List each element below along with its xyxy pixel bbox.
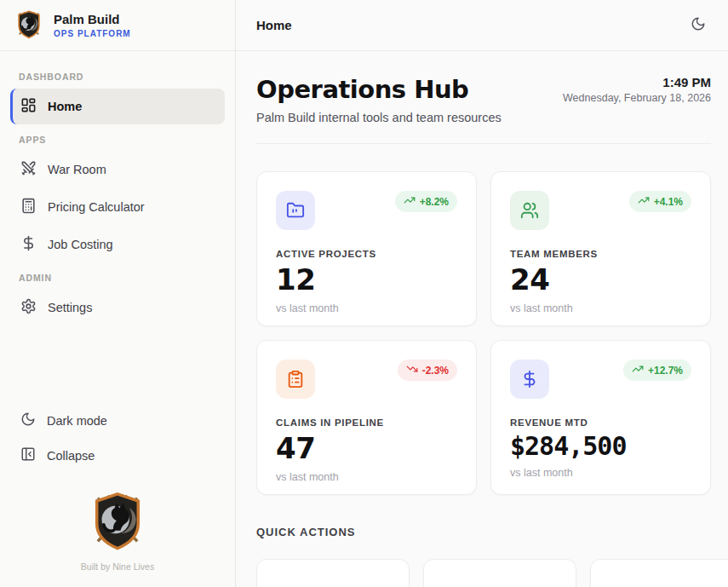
- stat-card-team-members: +4.1% TEAM MEMBERS 24 vs last month: [490, 171, 711, 326]
- stat-value: 12: [276, 262, 457, 296]
- sidebar-item-label: Home: [48, 100, 82, 113]
- stat-value: 47: [276, 431, 457, 465]
- swords-icon: [20, 160, 37, 179]
- sidebar-item-label: Settings: [48, 301, 92, 314]
- page-header: Operations Hub Palm Build internal tools…: [256, 75, 711, 124]
- stat-label: CLAIMS IN PIPELINE: [276, 417, 457, 428]
- palm-build-shield-logo-icon: [14, 9, 44, 43]
- trending-up-icon: [632, 363, 644, 377]
- sidebar-item-pricing-calculator[interactable]: Pricing Calculator: [10, 189, 225, 225]
- stat-card-active-projects: +8.2% ACTIVE PROJECTS 12 vs last month: [256, 171, 477, 326]
- stat-label: ACTIVE PROJECTS: [276, 249, 457, 259]
- sidebar-item-label: Job Costing: [48, 238, 113, 251]
- sidebar-footer: Dark mode Collapse: [0, 394, 235, 587]
- trend-value: +12.7%: [648, 365, 683, 377]
- page-title-block: Operations Hub Palm Build internal tools…: [256, 75, 502, 124]
- header-divider: [256, 143, 711, 144]
- page-content: Operations Hub Palm Build internal tools…: [236, 51, 728, 587]
- nav-section-apps: APPS: [10, 126, 225, 152]
- brand-text: Palm Build OPS PLATFORM: [54, 12, 131, 38]
- built-by-credit: Built by Nine Lives: [81, 561, 154, 572]
- stat-note: vs last month: [510, 467, 691, 479]
- layout-dashboard-icon: [20, 97, 37, 116]
- users-icon: [510, 191, 549, 230]
- trend-badge: +12.7%: [623, 360, 691, 381]
- quick-actions-heading: QUICK ACTIONS: [256, 526, 711, 538]
- topbar-title: Home: [256, 18, 292, 32]
- theme-toggle-button[interactable]: [691, 16, 706, 34]
- trend-badge: -2.3%: [398, 360, 457, 381]
- trend-badge: +4.1%: [629, 191, 691, 212]
- trend-value: +8.2%: [420, 196, 449, 208]
- stat-note: vs last month: [510, 302, 691, 314]
- nav-section-admin: ADMIN: [10, 264, 225, 290]
- trending-up-icon: [404, 194, 416, 209]
- footer-logo-area: Built by Nine Lives: [10, 473, 225, 578]
- stat-card-revenue-mtd: +12.7% REVENUE MTD $284,500 vs last mont…: [490, 340, 711, 495]
- trend-value: -2.3%: [422, 365, 449, 377]
- stats-grid: +8.2% ACTIVE PROJECTS 12 vs last month: [256, 171, 711, 495]
- sidebar-nav: DASHBOARD Home APPS: [0, 51, 235, 327]
- page-subtitle: Palm Build internal tools and team resou…: [256, 111, 502, 124]
- dollar-sign-icon: [20, 235, 37, 254]
- clock-date: Wednesday, February 18, 2026: [563, 92, 711, 104]
- trending-down-icon: [406, 363, 418, 377]
- sidebar-item-home[interactable]: Home: [10, 89, 225, 124]
- quick-actions-grid: War Room Pricin: [256, 559, 711, 587]
- sidebar: Palm Build OPS PLATFORM DASHBOARD Home A…: [0, 0, 236, 587]
- clock-time: 1:49 PM: [563, 75, 711, 89]
- sidebar-item-label: Pricing Calculator: [48, 200, 145, 214]
- sidebar-item-job-costing[interactable]: Job Costing: [10, 227, 225, 262]
- collapse-label: Collapse: [47, 449, 95, 463]
- dollar-sign-icon: [510, 360, 549, 399]
- stat-note: vs last month: [276, 302, 457, 314]
- folder-kanban-icon: [276, 191, 315, 230]
- quick-action-settings[interactable]: Settings: [590, 559, 728, 587]
- app-window: Palm Build OPS PLATFORM DASHBOARD Home A…: [0, 0, 728, 587]
- stat-value: 24: [510, 262, 691, 296]
- brand-name: Palm Build: [54, 12, 131, 27]
- sidebar-item-war-room[interactable]: War Room: [10, 152, 225, 187]
- dark-mode-toggle[interactable]: Dark mode: [10, 403, 225, 438]
- panel-left-close-icon: [20, 446, 36, 464]
- quick-action-war-room[interactable]: War Room: [256, 559, 410, 587]
- nine-lives-shield-logo-icon: [86, 488, 149, 555]
- moon-icon: [691, 16, 706, 34]
- page-title: Operations Hub: [256, 75, 502, 104]
- stat-note: vs last month: [276, 471, 457, 483]
- moon-icon: [20, 411, 36, 429]
- calculator-icon: [20, 198, 37, 216]
- gear-icon: [20, 298, 37, 317]
- main-area: Home Operations Hub Palm Build internal …: [236, 0, 728, 587]
- stat-card-claims-in-pipeline: -2.3% CLAIMS IN PIPELINE 47 vs last mont…: [256, 340, 477, 495]
- brand-header: Palm Build OPS PLATFORM: [0, 0, 235, 51]
- trend-value: +4.1%: [654, 196, 683, 208]
- quick-action-pricing-calculator[interactable]: Pricing Calculator: [423, 559, 576, 587]
- stat-label: TEAM MEMBERS: [510, 249, 691, 259]
- dark-mode-label: Dark mode: [47, 414, 107, 428]
- brand-tagline: OPS PLATFORM: [54, 29, 131, 38]
- sidebar-item-label: War Room: [48, 163, 106, 176]
- clock: 1:49 PM Wednesday, February 18, 2026: [563, 75, 711, 104]
- trending-up-icon: [638, 194, 650, 209]
- topbar: Home: [236, 0, 728, 51]
- clipboard-list-icon: [276, 360, 315, 399]
- stat-label: REVENUE MTD: [510, 417, 691, 428]
- nav-section-dashboard: DASHBOARD: [10, 63, 225, 89]
- collapse-sidebar-button[interactable]: Collapse: [10, 438, 225, 473]
- stat-value: $284,500: [510, 431, 691, 461]
- sidebar-item-settings[interactable]: Settings: [10, 290, 225, 325]
- trend-badge: +8.2%: [395, 191, 457, 212]
